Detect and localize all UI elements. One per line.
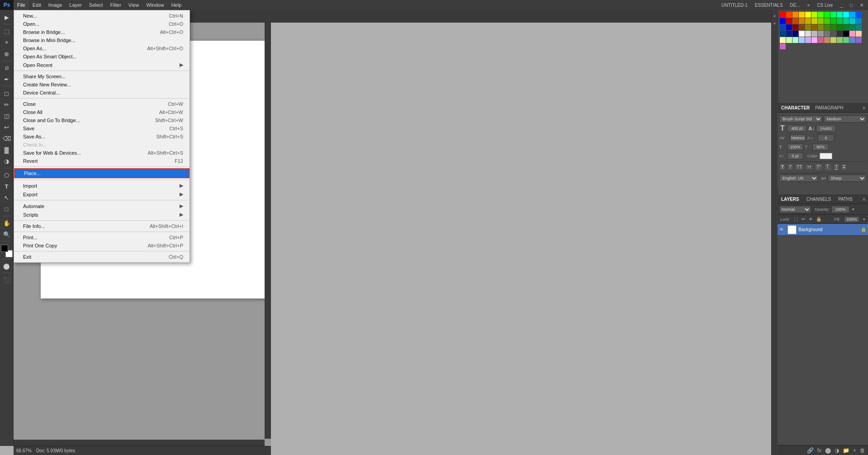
- swatch-11[interactable]: [849, 12, 855, 18]
- menu-browse-mini-bridge[interactable]: Browse in Mini Bridge...: [14, 36, 190, 44]
- menu-file-info[interactable]: File Info... Alt+Shift+Ctrl+I: [14, 222, 190, 230]
- menu-scripts[interactable]: Scripts ▶: [14, 210, 190, 219]
- dodge-btn[interactable]: ◑: [1, 156, 13, 166]
- menu-export[interactable]: Export ▶: [14, 190, 190, 199]
- path-select-btn[interactable]: ↖: [1, 192, 13, 203]
- swatch-0[interactable]: [780, 12, 786, 18]
- swatch-16[interactable]: [799, 18, 805, 24]
- menu-open-as[interactable]: Open As... Alt+Shift+Ctrl+O: [14, 44, 190, 52]
- foreground-color[interactable]: [1, 245, 8, 252]
- eyedropper-btn[interactable]: ✒: [1, 74, 13, 85]
- menu-save-as[interactable]: Save As... Shift+Ctrl+S: [14, 133, 190, 141]
- menu-view[interactable]: View: [125, 0, 143, 10]
- gradient-btn[interactable]: ▓: [1, 144, 13, 155]
- menu-close[interactable]: Close Ctrl+W: [14, 100, 190, 108]
- menu-new-review[interactable]: Create New Review...: [14, 81, 190, 89]
- menu-save[interactable]: Save Ctrl+S: [14, 124, 190, 133]
- tracking-input[interactable]: [818, 134, 834, 142]
- swatch-50[interactable]: [849, 31, 855, 37]
- delete-layer-btn[interactable]: 🗑: [859, 446, 866, 455]
- rect-select-btn[interactable]: ⬚: [1, 26, 13, 37]
- opacity-input[interactable]: [831, 206, 849, 213]
- swatch-54[interactable]: [792, 37, 798, 43]
- screen-mode-btn[interactable]: ⬛: [1, 275, 13, 285]
- menu-device-central[interactable]: Device Central...: [14, 89, 190, 97]
- language-select[interactable]: English: UK: [779, 175, 818, 182]
- swatch-24[interactable]: [849, 18, 855, 24]
- hand-btn[interactable]: ✋: [1, 218, 13, 228]
- menu-open-recent[interactable]: Open Recent ▶: [14, 61, 190, 69]
- pen-btn[interactable]: ⬠: [1, 170, 13, 180]
- small-caps-btn[interactable]: TT: [805, 164, 813, 170]
- menu-window[interactable]: Window: [143, 0, 168, 10]
- subscript-btn[interactable]: T-: [824, 163, 831, 171]
- menu-image[interactable]: Image: [45, 0, 66, 10]
- swatch-23[interactable]: [843, 18, 849, 24]
- menu-open-smart-object[interactable]: Open As Smart Object...: [14, 52, 190, 61]
- menu-import[interactable]: Import ▶: [14, 181, 190, 190]
- text-color-swatch[interactable]: [820, 153, 832, 159]
- new-layer-btn[interactable]: +: [852, 446, 857, 455]
- menu-place[interactable]: Place...: [14, 168, 190, 178]
- swatch-46[interactable]: [824, 31, 830, 37]
- swatch-10[interactable]: [843, 12, 849, 18]
- swatch-5[interactable]: [811, 12, 817, 18]
- swatch-45[interactable]: [818, 31, 824, 37]
- swatch-6[interactable]: [818, 12, 824, 18]
- swatch-38[interactable]: [856, 24, 862, 30]
- swatch-13[interactable]: [780, 18, 786, 24]
- swatch-64[interactable]: [856, 37, 862, 43]
- tab-character[interactable]: CHARACTER: [779, 104, 811, 111]
- strikethrough-btn[interactable]: T: [841, 164, 847, 171]
- swatch-21[interactable]: [830, 18, 836, 24]
- close-btn[interactable]: ✕: [857, 0, 866, 10]
- menu-automate[interactable]: Automate ▶: [14, 202, 190, 210]
- fill-input[interactable]: [844, 216, 859, 223]
- leading-input[interactable]: [816, 125, 836, 132]
- menu-save-web[interactable]: Save for Web & Devices... Alt+Shift+Ctrl…: [14, 149, 190, 157]
- add-mask-btn[interactable]: ⬤: [824, 446, 832, 455]
- swatch-15[interactable]: [792, 18, 798, 24]
- layer-visibility-icon[interactable]: 👁: [779, 227, 786, 232]
- swatch-49[interactable]: [843, 31, 849, 37]
- swatch-35[interactable]: [837, 24, 843, 30]
- cs-live[interactable]: CS Live: [814, 0, 835, 10]
- menu-print[interactable]: Print... Ctrl+P: [14, 233, 190, 242]
- swatch-32[interactable]: [818, 24, 824, 30]
- swatch-47[interactable]: [830, 31, 836, 37]
- swatch-14[interactable]: [786, 18, 792, 24]
- scale-h-input[interactable]: [812, 143, 829, 151]
- tab-paragraph[interactable]: PARAGRAPH: [813, 104, 845, 111]
- fx-btn[interactable]: fx: [816, 446, 822, 455]
- swatch-33[interactable]: [824, 24, 830, 30]
- swatch-58[interactable]: [818, 37, 824, 43]
- font-style-select[interactable]: Medium: [824, 115, 867, 123]
- italic-btn[interactable]: T: [787, 164, 793, 171]
- underline-btn[interactable]: T: [833, 164, 840, 171]
- swatch-30[interactable]: [805, 24, 811, 30]
- move-tool-btn[interactable]: ▶: [1, 12, 13, 23]
- swatch-19[interactable]: [818, 18, 824, 24]
- font-size-input[interactable]: [787, 125, 807, 132]
- crop-btn[interactable]: ⧄: [1, 62, 13, 73]
- swatch-2[interactable]: [792, 12, 798, 18]
- menu-select[interactable]: Select: [85, 0, 107, 10]
- extend-arrow[interactable]: »: [805, 0, 813, 10]
- maximize-btn[interactable]: □: [847, 0, 855, 10]
- stamp-btn[interactable]: ◫: [1, 110, 13, 121]
- swatch-56[interactable]: [805, 37, 811, 43]
- swatch-59[interactable]: [824, 37, 830, 43]
- swatch-29[interactable]: [799, 24, 805, 30]
- swatch-51[interactable]: [856, 31, 862, 37]
- link-layers-btn[interactable]: 🔗: [806, 446, 815, 455]
- all-caps-btn[interactable]: TT: [795, 164, 804, 171]
- swatch-48[interactable]: [837, 31, 843, 37]
- swatch-18[interactable]: [811, 18, 817, 24]
- swatch-8[interactable]: [830, 12, 836, 18]
- scale-v-input[interactable]: [787, 143, 803, 151]
- swatch-40[interactable]: [786, 31, 792, 37]
- new-group-btn[interactable]: 📁: [842, 446, 850, 455]
- swatch-55[interactable]: [799, 37, 805, 43]
- swatch-44[interactable]: [811, 31, 817, 37]
- anti-alias-select[interactable]: Sharp: [828, 175, 867, 182]
